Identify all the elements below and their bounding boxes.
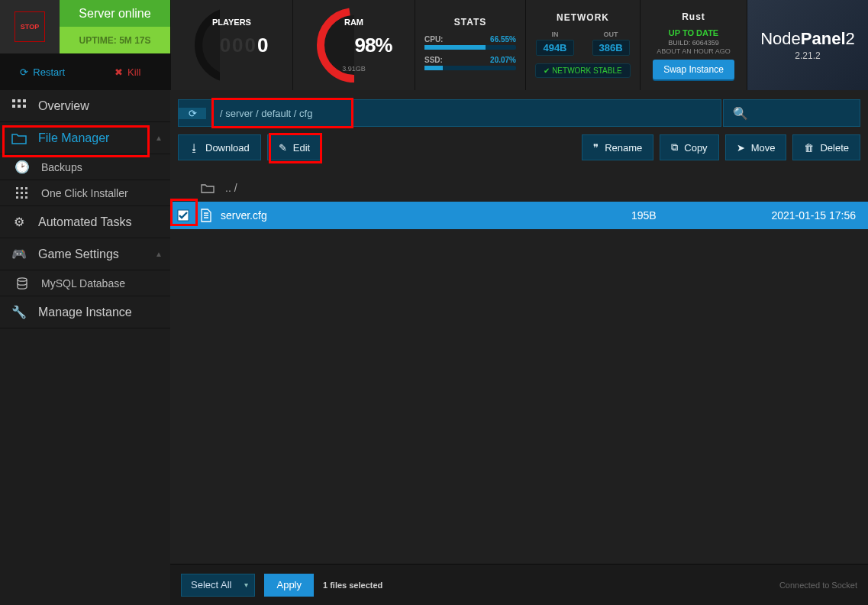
- sidebar-item-manage[interactable]: 🔧 Manage Instance: [0, 296, 170, 328]
- select-all-dropdown[interactable]: Select All: [181, 574, 255, 597]
- svg-rect-16: [21, 196, 23, 199]
- trash-icon: 🗑: [804, 142, 814, 154]
- sidebar-filemanager-label: File Manager: [38, 131, 109, 145]
- svg-rect-17: [25, 196, 27, 199]
- file-list: .. / server.cfg 195B 2021-01-15 17:56: [170, 174, 868, 229]
- sidebar-overview-label: Overview: [38, 99, 89, 113]
- database-icon: [14, 277, 31, 290]
- breadcrumb-text: / server / default / cfg: [206, 108, 312, 119]
- sidebar-item-filemanager[interactable]: File Manager ▲: [0, 122, 170, 154]
- kill-icon: ✖: [115, 66, 123, 78]
- copy-button[interactable]: ⧉Copy: [660, 134, 718, 160]
- gamepad-icon: 🎮: [11, 247, 27, 261]
- cpu-label: CPU:: [424, 35, 443, 44]
- widget-brand: NodePanel2 2.21.2: [747, 0, 868, 90]
- svg-rect-13: [21, 192, 23, 194]
- edit-icon: ✎: [279, 142, 287, 154]
- sidebar-mysql-label: MySQL Database: [41, 277, 125, 290]
- net-out-label: OUT: [592, 31, 630, 38]
- clock-icon: 🕑: [14, 160, 31, 174]
- svg-rect-15: [16, 196, 18, 199]
- widget-network: NETWORK IN494B OUT386B ✔ NETWORK STABLE: [525, 0, 640, 90]
- delete-button[interactable]: 🗑Delete: [792, 134, 860, 160]
- network-stable-badge: ✔ NETWORK STABLE: [535, 63, 630, 78]
- chevron-up-icon: ▲: [155, 250, 163, 258]
- gear-icon: ⚙: [11, 215, 27, 229]
- sidebar-item-oneclick[interactable]: One Click Installer: [0, 180, 170, 206]
- sidebar-item-automated[interactable]: ⚙ Automated Tasks: [0, 206, 170, 238]
- kill-button[interactable]: ✖ Kill: [86, 53, 171, 90]
- download-icon: ⭳: [189, 142, 199, 154]
- delete-label: Delete: [820, 142, 849, 154]
- rename-button[interactable]: ❞Rename: [582, 134, 653, 160]
- svg-point-18: [18, 277, 27, 280]
- sidebar-item-backups[interactable]: 🕑 Backups: [0, 154, 170, 180]
- ram-value: 98%: [354, 34, 392, 57]
- svg-rect-12: [16, 192, 18, 194]
- swap-instance-button[interactable]: Swap Instance: [653, 60, 734, 79]
- search-input[interactable]: 🔍: [723, 99, 860, 127]
- stop-button[interactable]: STOP: [0, 0, 60, 53]
- edit-button[interactable]: ✎Edit: [267, 134, 321, 160]
- players-value: 0: [257, 34, 269, 57]
- widget-rust: Rust UP TO DATE BUILD: 6064359 ABOUT AN …: [640, 0, 747, 90]
- file-row-up[interactable]: .. /: [170, 174, 868, 202]
- search-icon: 🔍: [733, 106, 748, 121]
- folder-icon: [11, 132, 27, 144]
- file-size: 195B: [631, 209, 738, 222]
- sidebar-item-overview[interactable]: Overview: [0, 90, 170, 122]
- move-button[interactable]: ➤Move: [725, 134, 787, 160]
- download-label: Download: [205, 142, 250, 154]
- rust-time: ABOUT AN HOUR AGO: [657, 47, 730, 55]
- rename-label: Rename: [605, 142, 642, 154]
- grid-icon: [11, 99, 27, 113]
- svg-rect-14: [25, 192, 27, 194]
- ram-sub: 3.91GB: [342, 65, 366, 73]
- quote-icon: ❞: [593, 142, 599, 154]
- brand-version: 2.21.2: [795, 50, 820, 61]
- svg-rect-7: [18, 105, 21, 108]
- kill-label: Kill: [127, 66, 140, 78]
- folder-up-icon: [201, 183, 215, 193]
- copy-label: Copy: [684, 142, 707, 154]
- restart-button[interactable]: ⟳ Restart: [0, 53, 86, 90]
- download-button[interactable]: ⭳Download: [178, 134, 261, 160]
- footer-bar: Select All Apply 1 files selected Connec…: [170, 564, 868, 605]
- rust-uptodate: UP TO DATE: [669, 28, 718, 37]
- svg-rect-6: [12, 105, 15, 108]
- file-icon: [196, 209, 216, 222]
- move-label: Move: [751, 142, 776, 154]
- svg-rect-3: [12, 99, 15, 102]
- sidebar-automated-label: Automated Tasks: [38, 215, 131, 229]
- ram-label: RAM: [344, 18, 363, 27]
- wrench-icon: 🔧: [11, 305, 27, 319]
- chevron-up-icon: ▲: [155, 134, 163, 142]
- net-in-val: 494B: [536, 40, 573, 56]
- widget-players: PLAYERS 0000: [170, 0, 292, 90]
- svg-rect-4: [18, 99, 21, 102]
- widget-stats: STATS CPU:66.55% SSD:20.07%: [415, 0, 525, 90]
- brand-logo: NodePanel2: [760, 29, 855, 49]
- svg-rect-11: [25, 187, 27, 189]
- connection-status: Connected to Socket: [779, 581, 857, 590]
- file-up-label: .. /: [225, 182, 237, 194]
- file-row[interactable]: server.cfg 195B 2021-01-15 17:56: [170, 202, 868, 229]
- restart-icon: ⟳: [20, 66, 28, 78]
- svg-rect-8: [23, 105, 26, 108]
- svg-rect-5: [23, 99, 26, 102]
- stop-icon: STOP: [15, 11, 45, 42]
- apply-button[interactable]: Apply: [264, 574, 314, 597]
- sidebar-item-mysql[interactable]: MySQL Database: [0, 270, 170, 296]
- breadcrumb[interactable]: ⟳ / server / default / cfg: [178, 99, 721, 127]
- file-date: 2021-01-15 17:56: [738, 209, 860, 222]
- rust-title: Rust: [682, 11, 705, 22]
- net-out-val: 386B: [592, 40, 630, 56]
- rust-build: BUILD: 6064359: [668, 39, 719, 47]
- network-stable-text: NETWORK STABLE: [552, 66, 622, 75]
- top-bar: STOP Server online UPTIME: 5M 17S ⟳ Rest…: [0, 0, 868, 90]
- file-checkbox[interactable]: [170, 209, 196, 222]
- server-status: Server online: [60, 0, 170, 27]
- refresh-icon[interactable]: ⟳: [179, 108, 206, 119]
- sidebar-item-gamesettings[interactable]: 🎮 Game Settings ▲: [0, 238, 170, 270]
- sidebar-backups-label: Backups: [41, 161, 82, 173]
